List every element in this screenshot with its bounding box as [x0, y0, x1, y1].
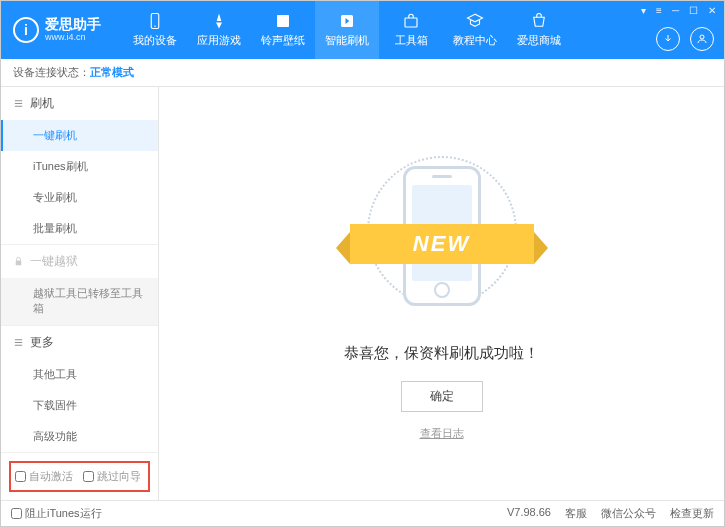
- device-info: iPhone 15 Pro Max 512GB iPhone: [9, 492, 150, 500]
- version-label: V7.98.66: [507, 506, 551, 521]
- wallpaper-icon: [274, 12, 292, 30]
- new-ribbon: NEW: [350, 224, 534, 264]
- app-header: i 爱思助手 www.i4.cn 我的设备 应用游戏 铃声壁纸 智能刷机 工具箱…: [1, 1, 724, 59]
- store-icon: [530, 12, 548, 30]
- menu-icon: [13, 337, 24, 348]
- sidebar: 刷机 一键刷机 iTunes刷机 专业刷机 批量刷机 一键越狱 越狱工具已转移至…: [1, 87, 159, 500]
- flash-icon: [338, 12, 356, 30]
- dropdown-icon[interactable]: ▾: [639, 5, 648, 16]
- footer-link-wechat[interactable]: 微信公众号: [601, 506, 656, 521]
- view-log-link[interactable]: 查看日志: [420, 426, 464, 441]
- sidebar-item-other-tools[interactable]: 其他工具: [1, 359, 158, 390]
- tutorial-icon: [466, 12, 484, 30]
- svg-rect-6: [16, 261, 22, 266]
- nav-my-device[interactable]: 我的设备: [123, 1, 187, 59]
- success-message: 恭喜您，保资料刷机成功啦！: [344, 344, 539, 363]
- footer-link-update[interactable]: 检查更新: [670, 506, 714, 521]
- sidebar-item-oneclick-flash[interactable]: 一键刷机: [1, 120, 158, 151]
- maximize-icon[interactable]: ☐: [687, 5, 700, 16]
- sidebar-item-pro-flash[interactable]: 专业刷机: [1, 182, 158, 213]
- checkbox-highlight-box: 自动激活 跳过向导: [9, 461, 150, 492]
- svg-rect-2: [277, 15, 289, 27]
- top-nav: 我的设备 应用游戏 铃声壁纸 智能刷机 工具箱 教程中心 爱思商城: [123, 1, 571, 59]
- sidebar-item-itunes-flash[interactable]: iTunes刷机: [1, 151, 158, 182]
- svg-rect-4: [405, 18, 417, 27]
- sidebar-group-flash[interactable]: 刷机: [1, 87, 158, 120]
- ok-button[interactable]: 确定: [401, 381, 483, 412]
- auto-activate-checkbox[interactable]: 自动激活: [15, 469, 73, 484]
- apps-icon: [210, 12, 228, 30]
- sidebar-item-batch-flash[interactable]: 批量刷机: [1, 213, 158, 244]
- app-title: 爱思助手: [45, 17, 101, 32]
- sidebar-group-more[interactable]: 更多: [1, 326, 158, 359]
- toolbox-icon: [402, 12, 420, 30]
- main-panel: NEW 恭喜您，保资料刷机成功啦！ 确定 查看日志: [159, 87, 724, 500]
- footer-link-support[interactable]: 客服: [565, 506, 587, 521]
- success-illustration: NEW: [322, 146, 562, 326]
- status-bar: 设备连接状态： 正常模式: [1, 59, 724, 87]
- nav-ringtones[interactable]: 铃声壁纸: [251, 1, 315, 59]
- svg-point-5: [700, 35, 704, 39]
- nav-tutorials[interactable]: 教程中心: [443, 1, 507, 59]
- lock-icon: [13, 256, 24, 267]
- status-mode: 正常模式: [90, 65, 134, 80]
- nav-toolbox[interactable]: 工具箱: [379, 1, 443, 59]
- menu-icon[interactable]: ≡: [654, 5, 664, 16]
- status-label: 设备连接状态：: [13, 65, 90, 80]
- sidebar-item-download-firmware[interactable]: 下载固件: [1, 390, 158, 421]
- user-button[interactable]: [690, 27, 714, 51]
- list-icon: [13, 98, 24, 109]
- nav-apps[interactable]: 应用游戏: [187, 1, 251, 59]
- logo-icon: i: [13, 17, 39, 43]
- block-itunes-checkbox[interactable]: 阻止iTunes运行: [11, 506, 102, 521]
- logo: i 爱思助手 www.i4.cn: [1, 17, 113, 43]
- window-controls: ▾ ≡ ─ ☐ ✕: [639, 5, 718, 16]
- sidebar-group-jailbreak[interactable]: 一键越狱: [1, 245, 158, 278]
- phone-icon: [146, 12, 164, 30]
- minimize-icon[interactable]: ─: [670, 5, 681, 16]
- skip-guide-checkbox[interactable]: 跳过向导: [83, 469, 141, 484]
- svg-point-1: [154, 26, 156, 28]
- sidebar-item-advanced[interactable]: 高级功能: [1, 421, 158, 452]
- sidebar-jailbreak-note: 越狱工具已转移至工具箱: [1, 278, 158, 325]
- download-button[interactable]: [656, 27, 680, 51]
- nav-store[interactable]: 爱思商城: [507, 1, 571, 59]
- app-url: www.i4.cn: [45, 33, 101, 43]
- close-icon[interactable]: ✕: [706, 5, 718, 16]
- nav-flash[interactable]: 智能刷机: [315, 1, 379, 59]
- footer: 阻止iTunes运行 V7.98.66 客服 微信公众号 检查更新: [1, 500, 724, 526]
